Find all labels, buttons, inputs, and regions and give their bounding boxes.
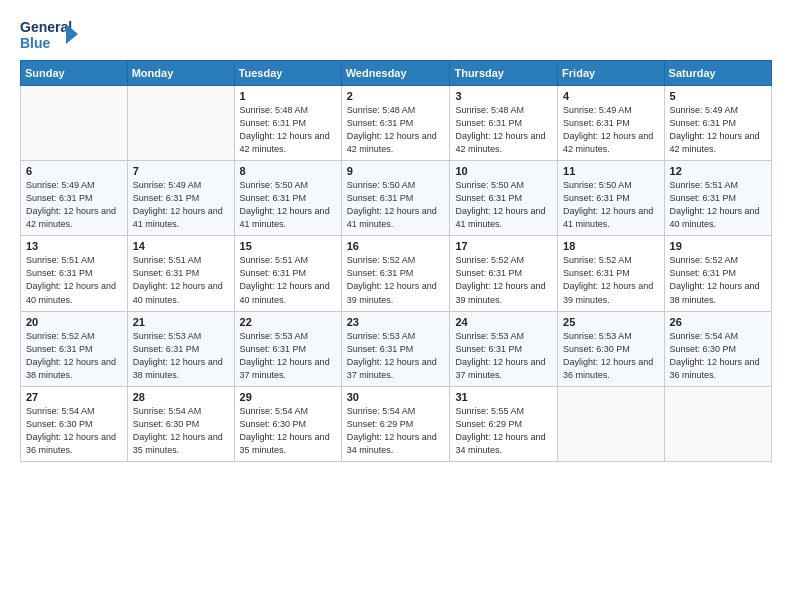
- day-number: 25: [563, 316, 658, 328]
- day-detail: Sunrise: 5:50 AM Sunset: 6:31 PM Dayligh…: [455, 179, 552, 231]
- day-detail: Sunrise: 5:52 AM Sunset: 6:31 PM Dayligh…: [455, 254, 552, 306]
- calendar-cell: 6Sunrise: 5:49 AM Sunset: 6:31 PM Daylig…: [21, 161, 128, 236]
- day-detail: Sunrise: 5:49 AM Sunset: 6:31 PM Dayligh…: [133, 179, 229, 231]
- day-number: 10: [455, 165, 552, 177]
- day-number: 5: [670, 90, 766, 102]
- day-detail: Sunrise: 5:54 AM Sunset: 6:30 PM Dayligh…: [240, 405, 336, 457]
- header: GeneralBlue: [20, 16, 772, 52]
- calendar-cell: 1Sunrise: 5:48 AM Sunset: 6:31 PM Daylig…: [234, 86, 341, 161]
- calendar-cell: 31Sunrise: 5:55 AM Sunset: 6:29 PM Dayli…: [450, 386, 558, 461]
- day-number: 22: [240, 316, 336, 328]
- day-number: 27: [26, 391, 122, 403]
- day-detail: Sunrise: 5:50 AM Sunset: 6:31 PM Dayligh…: [240, 179, 336, 231]
- day-number: 21: [133, 316, 229, 328]
- calendar-cell: 24Sunrise: 5:53 AM Sunset: 6:31 PM Dayli…: [450, 311, 558, 386]
- calendar-cell: 23Sunrise: 5:53 AM Sunset: 6:31 PM Dayli…: [341, 311, 450, 386]
- day-detail: Sunrise: 5:52 AM Sunset: 6:31 PM Dayligh…: [347, 254, 445, 306]
- day-number: 28: [133, 391, 229, 403]
- day-number: 12: [670, 165, 766, 177]
- day-detail: Sunrise: 5:49 AM Sunset: 6:31 PM Dayligh…: [563, 104, 658, 156]
- day-number: 4: [563, 90, 658, 102]
- calendar-cell: 12Sunrise: 5:51 AM Sunset: 6:31 PM Dayli…: [664, 161, 771, 236]
- calendar-cell: [558, 386, 664, 461]
- day-detail: Sunrise: 5:53 AM Sunset: 6:31 PM Dayligh…: [240, 330, 336, 382]
- day-number: 26: [670, 316, 766, 328]
- calendar-cell: 30Sunrise: 5:54 AM Sunset: 6:29 PM Dayli…: [341, 386, 450, 461]
- day-number: 17: [455, 240, 552, 252]
- day-number: 15: [240, 240, 336, 252]
- day-number: 19: [670, 240, 766, 252]
- calendar-cell: 14Sunrise: 5:51 AM Sunset: 6:31 PM Dayli…: [127, 236, 234, 311]
- day-detail: Sunrise: 5:52 AM Sunset: 6:31 PM Dayligh…: [670, 254, 766, 306]
- day-number: 24: [455, 316, 552, 328]
- day-number: 18: [563, 240, 658, 252]
- calendar-week-row: 13Sunrise: 5:51 AM Sunset: 6:31 PM Dayli…: [21, 236, 772, 311]
- day-detail: Sunrise: 5:52 AM Sunset: 6:31 PM Dayligh…: [563, 254, 658, 306]
- day-detail: Sunrise: 5:51 AM Sunset: 6:31 PM Dayligh…: [26, 254, 122, 306]
- page: GeneralBlue SundayMondayTuesdayWednesday…: [0, 0, 792, 482]
- calendar-cell: 25Sunrise: 5:53 AM Sunset: 6:30 PM Dayli…: [558, 311, 664, 386]
- calendar-cell: [664, 386, 771, 461]
- calendar-cell: [127, 86, 234, 161]
- day-detail: Sunrise: 5:53 AM Sunset: 6:31 PM Dayligh…: [133, 330, 229, 382]
- day-detail: Sunrise: 5:54 AM Sunset: 6:30 PM Dayligh…: [26, 405, 122, 457]
- day-number: 16: [347, 240, 445, 252]
- day-number: 14: [133, 240, 229, 252]
- day-detail: Sunrise: 5:51 AM Sunset: 6:31 PM Dayligh…: [670, 179, 766, 231]
- calendar-week-row: 6Sunrise: 5:49 AM Sunset: 6:31 PM Daylig…: [21, 161, 772, 236]
- day-number: 6: [26, 165, 122, 177]
- day-number: 20: [26, 316, 122, 328]
- day-header-sunday: Sunday: [21, 61, 128, 86]
- day-detail: Sunrise: 5:54 AM Sunset: 6:30 PM Dayligh…: [670, 330, 766, 382]
- calendar-cell: [21, 86, 128, 161]
- calendar-week-row: 1Sunrise: 5:48 AM Sunset: 6:31 PM Daylig…: [21, 86, 772, 161]
- day-detail: Sunrise: 5:53 AM Sunset: 6:30 PM Dayligh…: [563, 330, 658, 382]
- day-number: 30: [347, 391, 445, 403]
- day-detail: Sunrise: 5:54 AM Sunset: 6:30 PM Dayligh…: [133, 405, 229, 457]
- calendar-header-row: SundayMondayTuesdayWednesdayThursdayFrid…: [21, 61, 772, 86]
- day-detail: Sunrise: 5:48 AM Sunset: 6:31 PM Dayligh…: [347, 104, 445, 156]
- calendar-cell: 28Sunrise: 5:54 AM Sunset: 6:30 PM Dayli…: [127, 386, 234, 461]
- logo: GeneralBlue: [20, 16, 80, 52]
- calendar-cell: 21Sunrise: 5:53 AM Sunset: 6:31 PM Dayli…: [127, 311, 234, 386]
- day-detail: Sunrise: 5:49 AM Sunset: 6:31 PM Dayligh…: [670, 104, 766, 156]
- day-detail: Sunrise: 5:52 AM Sunset: 6:31 PM Dayligh…: [26, 330, 122, 382]
- calendar-cell: 3Sunrise: 5:48 AM Sunset: 6:31 PM Daylig…: [450, 86, 558, 161]
- day-detail: Sunrise: 5:49 AM Sunset: 6:31 PM Dayligh…: [26, 179, 122, 231]
- day-detail: Sunrise: 5:51 AM Sunset: 6:31 PM Dayligh…: [240, 254, 336, 306]
- svg-text:General: General: [20, 19, 72, 35]
- day-number: 29: [240, 391, 336, 403]
- calendar-cell: 26Sunrise: 5:54 AM Sunset: 6:30 PM Dayli…: [664, 311, 771, 386]
- day-detail: Sunrise: 5:50 AM Sunset: 6:31 PM Dayligh…: [563, 179, 658, 231]
- calendar-cell: 19Sunrise: 5:52 AM Sunset: 6:31 PM Dayli…: [664, 236, 771, 311]
- calendar-cell: 27Sunrise: 5:54 AM Sunset: 6:30 PM Dayli…: [21, 386, 128, 461]
- calendar-cell: 8Sunrise: 5:50 AM Sunset: 6:31 PM Daylig…: [234, 161, 341, 236]
- day-detail: Sunrise: 5:53 AM Sunset: 6:31 PM Dayligh…: [455, 330, 552, 382]
- day-number: 1: [240, 90, 336, 102]
- day-number: 3: [455, 90, 552, 102]
- calendar-cell: 29Sunrise: 5:54 AM Sunset: 6:30 PM Dayli…: [234, 386, 341, 461]
- calendar-cell: 20Sunrise: 5:52 AM Sunset: 6:31 PM Dayli…: [21, 311, 128, 386]
- calendar-cell: 10Sunrise: 5:50 AM Sunset: 6:31 PM Dayli…: [450, 161, 558, 236]
- day-detail: Sunrise: 5:48 AM Sunset: 6:31 PM Dayligh…: [240, 104, 336, 156]
- day-detail: Sunrise: 5:50 AM Sunset: 6:31 PM Dayligh…: [347, 179, 445, 231]
- day-number: 31: [455, 391, 552, 403]
- day-detail: Sunrise: 5:48 AM Sunset: 6:31 PM Dayligh…: [455, 104, 552, 156]
- day-header-thursday: Thursday: [450, 61, 558, 86]
- day-detail: Sunrise: 5:54 AM Sunset: 6:29 PM Dayligh…: [347, 405, 445, 457]
- day-number: 2: [347, 90, 445, 102]
- day-number: 13: [26, 240, 122, 252]
- day-header-monday: Monday: [127, 61, 234, 86]
- calendar-cell: 2Sunrise: 5:48 AM Sunset: 6:31 PM Daylig…: [341, 86, 450, 161]
- calendar-cell: 5Sunrise: 5:49 AM Sunset: 6:31 PM Daylig…: [664, 86, 771, 161]
- calendar-cell: 15Sunrise: 5:51 AM Sunset: 6:31 PM Dayli…: [234, 236, 341, 311]
- day-header-tuesday: Tuesday: [234, 61, 341, 86]
- calendar-cell: 4Sunrise: 5:49 AM Sunset: 6:31 PM Daylig…: [558, 86, 664, 161]
- calendar-cell: 11Sunrise: 5:50 AM Sunset: 6:31 PM Dayli…: [558, 161, 664, 236]
- calendar-week-row: 20Sunrise: 5:52 AM Sunset: 6:31 PM Dayli…: [21, 311, 772, 386]
- day-number: 23: [347, 316, 445, 328]
- day-detail: Sunrise: 5:55 AM Sunset: 6:29 PM Dayligh…: [455, 405, 552, 457]
- day-number: 9: [347, 165, 445, 177]
- day-detail: Sunrise: 5:53 AM Sunset: 6:31 PM Dayligh…: [347, 330, 445, 382]
- calendar-cell: 18Sunrise: 5:52 AM Sunset: 6:31 PM Dayli…: [558, 236, 664, 311]
